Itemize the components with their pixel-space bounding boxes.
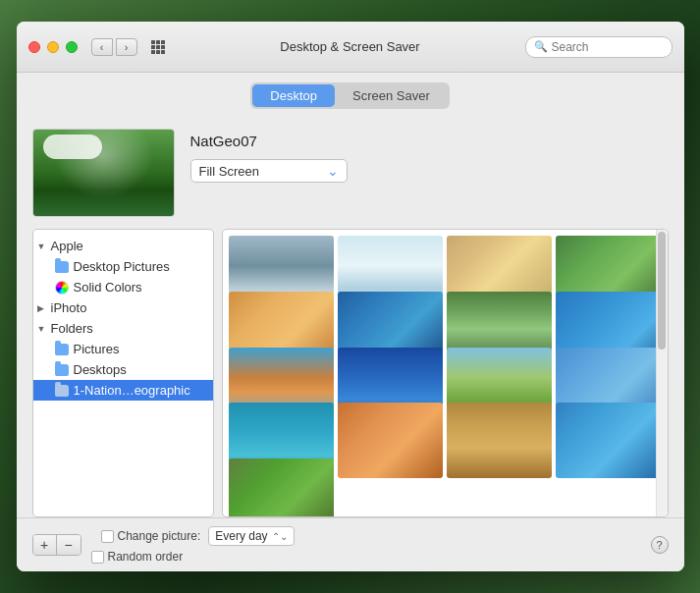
sidebar-pictures-label: Pictures [74,342,120,356]
folders-disclosure-icon [37,324,49,334]
preview-thumbnail [32,129,175,217]
sidebar-desktops-label: Desktops [74,362,127,377]
sidebar-item-solid-colors[interactable]: Solid Colors [33,277,213,297]
traffic-lights [28,41,78,53]
close-button[interactable] [28,41,40,53]
preview-area: NatGeo07 Fill Screen ⌄ [17,117,684,229]
apple-disclosure-icon [37,242,49,251]
sidebar-apple-section[interactable]: Apple [33,236,213,256]
sidebar-iphoto-label: iPhoto [51,300,87,315]
back-button[interactable]: ‹ [91,38,113,56]
random-order-checkbox-wrapper: Random order [91,550,184,564]
grid-view-button[interactable] [147,38,169,56]
window-title: Desktop & Screen Saver [280,39,419,54]
color-circle-icon [55,281,69,295]
tab-screensaver[interactable]: Screen Saver [335,84,448,107]
tabbar: Desktop Screen Saver [17,73,684,117]
sidebar-desktop-pictures-label: Desktop Pictures [74,259,170,274]
grid-cell-forest[interactable] [229,458,334,516]
grid-cell-dunes[interactable] [338,403,443,478]
random-order-row: Random order [91,550,295,564]
natgeo-folder-icon [55,385,69,397]
sidebar-solid-colors-label: Solid Colors [74,280,142,295]
sidebar-item-desktops[interactable]: Desktops [33,359,213,380]
bottom-bar: + − Change picture: Every day ⌃⌄ Random … [17,517,684,571]
maximize-button[interactable] [66,41,78,53]
random-order-checkbox[interactable] [91,551,104,564]
tab-group: Desktop Screen Saver [250,82,449,109]
sidebar: Apple Desktop Pictures Solid Colors iPho… [32,229,214,517]
grid-cell-wave[interactable] [556,403,661,478]
fill-mode-arrow-icon: ⌄ [327,163,339,179]
sidebar-natgeo-label: 1-Nation…eographic [74,383,190,398]
sidebar-item-desktop-pictures[interactable]: Desktop Pictures [33,256,213,277]
folder-icon [55,261,69,273]
forward-button[interactable]: › [116,38,137,56]
search-input[interactable] [552,40,664,54]
search-box[interactable]: 🔍 [525,36,673,58]
change-picture-label: Change picture: [118,529,201,543]
bottom-options: Change picture: Every day ⌃⌄ Random orde… [91,526,295,564]
change-picture-checkbox[interactable] [101,530,114,543]
desktops-folder-icon [55,364,69,376]
interval-arrow-icon: ⌃⌄ [272,531,288,542]
sidebar-folders-section[interactable]: Folders [33,318,213,339]
image-grid [223,230,668,516]
random-order-label: Random order [108,550,184,564]
add-remove-buttons: + − [32,534,81,556]
preview-info: NatGeo07 Fill Screen ⌄ [190,129,348,183]
grid-cell-safari[interactable] [447,403,552,478]
interval-select[interactable]: Every day ⌃⌄ [208,526,294,546]
nav-buttons: ‹ › [91,38,137,56]
add-button[interactable]: + [33,535,57,555]
sidebar-item-national-geo[interactable]: 1-Nation…eographic [33,380,213,401]
scrollbar-track[interactable] [656,230,668,516]
sidebar-apple-label: Apple [51,239,83,253]
desktop-screensaver-window: ‹ › Desktop & Screen Saver 🔍 Desktop Scr… [17,22,684,571]
remove-button[interactable]: − [57,535,81,555]
sidebar-folders-label: Folders [51,321,93,336]
fill-mode-text: Fill Screen [199,164,327,179]
interval-label: Every day [215,529,267,543]
sidebar-iphoto-section[interactable]: iPhoto [33,297,213,318]
pictures-folder-icon [55,344,69,355]
cloud-decoration [43,135,102,159]
fill-mode-select[interactable]: Fill Screen ⌄ [190,159,348,183]
change-picture-row: Change picture: Every day ⌃⌄ [101,526,295,546]
minimize-button[interactable] [47,41,59,53]
main-panel: Apple Desktop Pictures Solid Colors iPho… [17,229,684,517]
search-icon: 🔍 [534,40,548,53]
titlebar: ‹ › Desktop & Screen Saver 🔍 [17,22,684,73]
image-name: NatGeo07 [190,133,348,149]
grid-icon [151,40,165,54]
help-button[interactable]: ? [651,536,669,554]
iphoto-disclosure-icon [37,303,49,313]
image-grid-container [222,229,669,517]
scrollbar-thumb[interactable] [658,232,666,350]
sidebar-item-pictures[interactable]: Pictures [33,339,213,359]
tab-desktop[interactable]: Desktop [252,84,335,107]
change-picture-checkbox-wrapper: Change picture: [101,529,201,543]
